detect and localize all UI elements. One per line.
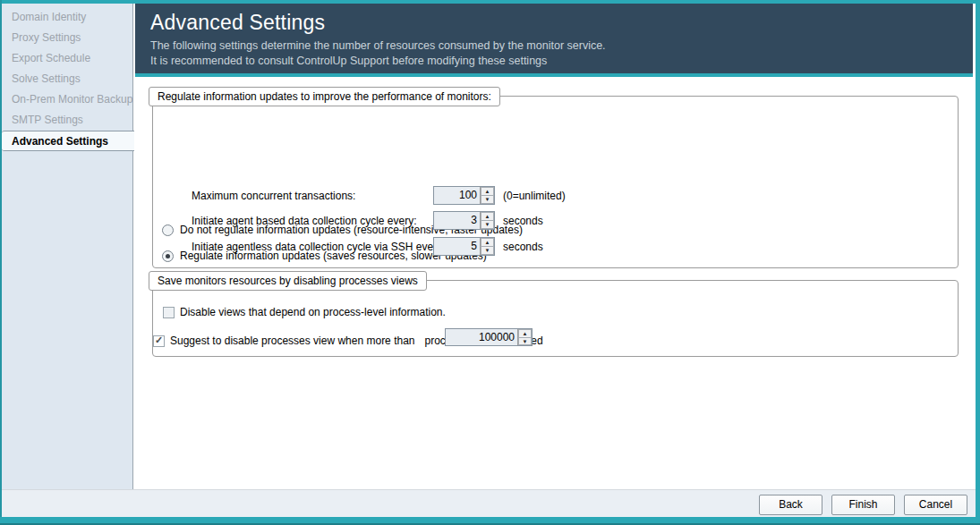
numeric-input-ssh-cycle[interactable]: 5 ▲ ▼: [433, 237, 495, 256]
settings-nav-sidebar: Domain Identity Proxy Settings Export Sc…: [2, 4, 133, 489]
window-border-top: [0, 0, 980, 4]
sidebar-item-proxy-settings[interactable]: Proxy Settings: [2, 28, 132, 48]
field-label: Maximum concurrent transactions:: [192, 190, 355, 202]
numeric-input-agent-cycle[interactable]: 3 ▲ ▼: [433, 211, 495, 230]
spin-down-icon[interactable]: ▼: [481, 195, 494, 204]
page-subtitle-line2: It is recommended to consult ControlUp S…: [150, 54, 973, 69]
radio-button-icon[interactable]: [162, 224, 174, 236]
field-label: Initiate agentless data collection cycle…: [192, 241, 445, 253]
sidebar-item-smtp-settings[interactable]: SMTP Settings: [2, 110, 132, 131]
checkmark-icon: ✓: [155, 334, 163, 346]
spin-down-icon[interactable]: ▼: [481, 220, 494, 229]
group-regulate-updates: Regulate information updates to improve …: [152, 96, 959, 268]
window-border-right: [976, 0, 980, 525]
checkbox-unchecked-icon[interactable]: [163, 307, 175, 318]
checkbox-row-suggest-disable[interactable]: ✓ Suggest to disable processes view when…: [153, 328, 543, 353]
numeric-input-process-threshold[interactable]: 100000 ▲ ▼: [445, 328, 533, 346]
back-button[interactable]: Back: [759, 495, 822, 515]
group-regulate-updates-caption: Regulate information updates to improve …: [149, 87, 500, 106]
sidebar-item-onprem-monitor-backup[interactable]: On-Prem Monitor Backup: [2, 89, 132, 110]
spin-up-icon[interactable]: ▲: [481, 187, 494, 195]
checkbox-label: Suggest to disable processes view when m…: [170, 334, 415, 347]
numeric-value[interactable]: 100: [434, 187, 480, 204]
spin-up-icon[interactable]: ▲: [518, 329, 532, 337]
window-border-left: [0, 0, 2, 525]
page-subtitle-line1: The following settings determine the num…: [150, 38, 973, 54]
numeric-input-max-transactions[interactable]: 100 ▲ ▼: [433, 186, 495, 205]
field-label: Initiate agent based data collection cyc…: [192, 215, 416, 227]
numeric-value[interactable]: 3: [434, 212, 480, 229]
finish-button[interactable]: Finish: [831, 495, 895, 515]
numeric-value[interactable]: 100000: [446, 329, 517, 345]
spinner-buttons: ▲ ▼: [517, 329, 532, 345]
spin-down-icon[interactable]: ▼: [481, 246, 494, 255]
group-save-resources: Save monitors resources by disabling pro…: [152, 280, 959, 357]
spinner-buttons: ▲ ▼: [480, 212, 494, 229]
spin-up-icon[interactable]: ▲: [481, 238, 494, 246]
checkbox-checked-icon[interactable]: ✓: [153, 335, 165, 347]
sidebar-item-domain-identity[interactable]: Domain Identity: [2, 7, 132, 28]
radio-button-selected-icon[interactable]: [162, 250, 174, 262]
page-header: Advanced Settings The following settings…: [135, 4, 973, 77]
field-suffix: (0=unlimited): [503, 190, 566, 202]
checkbox-row-disable-views[interactable]: Disable views that depend on process-lev…: [163, 306, 446, 318]
spinner-buttons: ▲ ▼: [480, 238, 494, 255]
advanced-settings-window: Domain Identity Proxy Settings Export Sc…: [0, 0, 980, 525]
window-border-bottom: [0, 517, 980, 525]
sidebar-item-export-schedule[interactable]: Export Schedule: [2, 48, 132, 69]
field-suffix: seconds: [503, 215, 543, 227]
spin-up-icon[interactable]: ▲: [481, 212, 494, 220]
spinner-buttons: ▲ ▼: [480, 187, 494, 204]
group-save-resources-caption: Save monitors resources by disabling pro…: [149, 271, 427, 291]
field-suffix: seconds: [503, 241, 543, 253]
checkbox-label: Disable views that depend on process-lev…: [180, 306, 446, 318]
footer-button-bar: Back Finish Cancel: [2, 489, 976, 517]
numeric-value[interactable]: 5: [434, 238, 480, 255]
sidebar-item-solve-settings[interactable]: Solve Settings: [2, 69, 132, 89]
sidebar-item-advanced-settings[interactable]: Advanced Settings: [2, 131, 134, 151]
spin-down-icon[interactable]: ▼: [518, 337, 532, 346]
page-title: Advanced Settings: [150, 11, 973, 35]
cancel-button[interactable]: Cancel: [904, 495, 967, 515]
